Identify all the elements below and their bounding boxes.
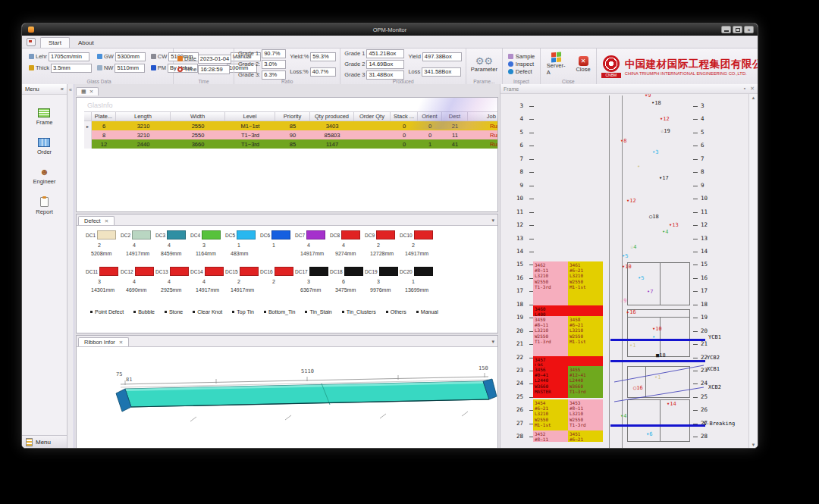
field-value[interactable]: 5300mm [115,52,146,61]
produced-grade1-field[interactable]: 451.21Box [366,49,404,58]
plate-divider-line [627,317,690,318]
defect-count: 2 [272,279,295,284]
sidebar-item-report[interactable]: Report [36,197,53,215]
column-header[interactable]: Stack ... [391,111,418,121]
defect-id: DC16 [260,269,273,274]
maximize-button[interactable] [733,26,742,33]
pin-icon[interactable]: ▪ [744,86,745,91]
defect-marker: •18 [651,101,661,106]
title-bar[interactable]: OPM-Monitor × [22,23,758,36]
ruler-tick-left [529,212,534,213]
column-header[interactable]: Orient [418,111,442,121]
defect-marker: ☆19 [661,129,670,134]
field-value[interactable]: 5110mm [115,64,145,73]
defect-length: 14917mm [126,251,155,256]
sidebar-menu-footer[interactable]: Menu [22,435,67,449]
close-tab-icon[interactable]: ✕ [105,218,108,224]
table-row[interactable]: ▸632102550M1~1st8534030021Running [84,121,498,130]
defect-id: DC10 [400,233,413,238]
group-label: Produced [340,79,466,84]
ruler-number-right: 8 [701,169,704,175]
table-cell: 2440 [116,139,171,149]
column-header[interactable]: Qty produced [310,111,354,121]
splitter-strip[interactable]: « [67,84,74,449]
produced-loss-field[interactable]: 341.58Box [422,67,461,77]
column-header[interactable]: Level [225,111,275,121]
inspect-button[interactable]: Inspect [507,61,536,67]
column-header[interactable]: Plate... [92,111,116,121]
defect-button[interactable]: Defect [507,68,536,75]
legend-item: Point Defect [90,309,124,315]
ruler-tick-right [693,358,698,358]
defect-type: DC11314301mm [86,267,121,293]
sidebar-item-frame[interactable]: Frame [36,108,53,126]
ruler-tick-right [693,305,698,305]
ruler-tick-right [693,239,698,239]
date-icon [177,56,183,61]
dropdown-icon[interactable]: ▾ [491,339,494,345]
produced-grade2-field[interactable]: 14.69Box [366,60,404,69]
sidebar-item-order[interactable]: Order [37,138,52,155]
inspect-icon [508,61,513,67]
ratio-grade3-field[interactable]: 6.3% [262,70,286,80]
produced-grade3-field[interactable]: 31.48Box [366,70,404,80]
close-window-button[interactable]: × [744,26,754,33]
ruler-tick-left [529,159,534,160]
tab-about[interactable]: About [70,37,102,48]
close-tab-icon[interactable]: ✕ [89,89,93,95]
ratio-yield-field[interactable]: 59.3% [310,52,336,61]
close-tab-icon[interactable]: ✕ [119,340,123,346]
ruler-number-left: 21 [505,341,523,347]
field-value[interactable]: 1705cm/min [49,52,89,61]
produced-yield-field[interactable]: 497.38Box [422,52,462,61]
defect-swatch [271,230,290,239]
group-label: Parame... [466,79,502,84]
plate-block: 3456 #0~41 L2440 W3660 MASTER [533,366,568,398]
quick-access-icon[interactable] [27,38,36,46]
column-header[interactable]: Priority [275,111,310,121]
tab-defect[interactable]: Defect ✕ [78,216,115,225]
vertical-scrollbar[interactable]: ▲ ▼ [748,94,758,449]
column-header[interactable]: Width [171,111,225,121]
tab-start[interactable]: Start [40,37,70,48]
server-a-button[interactable]: Server-A [544,51,568,77]
scroll-down-icon[interactable]: ▼ [752,443,756,447]
defect-type: DC20113699mm [400,267,435,293]
document-tab[interactable]: ▦ ✕ [76,87,99,95]
defect-swatch [414,230,433,239]
column-header[interactable]: Length [116,111,171,121]
table-row[interactable]: 1224403660T1~3rd8511470141Running [84,139,498,149]
sample-button[interactable]: Sample [507,53,536,60]
defect-marker: ☆9 [620,299,626,304]
minimize-button[interactable] [721,26,731,33]
column-header[interactable]: Job Status [468,111,498,121]
close-app-button[interactable]: ✕ Close [573,51,592,77]
time-field[interactable]: 16:28:59 [198,65,230,74]
ruler-number-right: 12 [701,222,708,228]
ribbon-edge-line [622,95,623,449]
ruler-number-left: 25 [505,394,523,400]
collapse-icon[interactable]: « [61,86,64,92]
dropdown-icon[interactable]: ▾ [491,218,494,224]
legend-dot-icon [416,311,419,313]
close-panel-icon[interactable]: ✕ [750,86,755,91]
defect-type: DC1736367mm [295,267,330,293]
table-row[interactable]: 832102550T1~3rd90858030011Running [84,130,498,139]
group-parameter: ⚙⚙ Parameter Parame... [466,49,503,84]
ratio-grade1-field[interactable]: 90.7% [262,49,286,58]
cw-icon [151,54,156,59]
date-field[interactable]: 2023-01-04 [198,55,231,64]
field-value[interactable]: 3.5mm [51,64,92,73]
group-label: Ratio [234,79,340,84]
sidebar-item-engineer[interactable]: ☻Engineer [33,167,55,185]
column-header[interactable]: Order Qty [354,111,391,121]
scroll-up-icon[interactable]: ▲ [752,95,756,100]
ratio-loss-field[interactable]: 40.7% [310,67,336,77]
column-header[interactable]: Dest [442,111,468,121]
tab-ribbon-infor[interactable]: Ribbon Infor ✕ [78,337,129,346]
ratio-grade2-field[interactable]: 3.0% [262,60,286,69]
parameter-button[interactable]: ⚙⚙ Parameter [470,51,498,77]
defect-swatch [132,230,151,239]
company-name-cn: 中国建材国际工程集团有限公司 [625,58,753,71]
defect-length: 14917mm [196,287,225,293]
